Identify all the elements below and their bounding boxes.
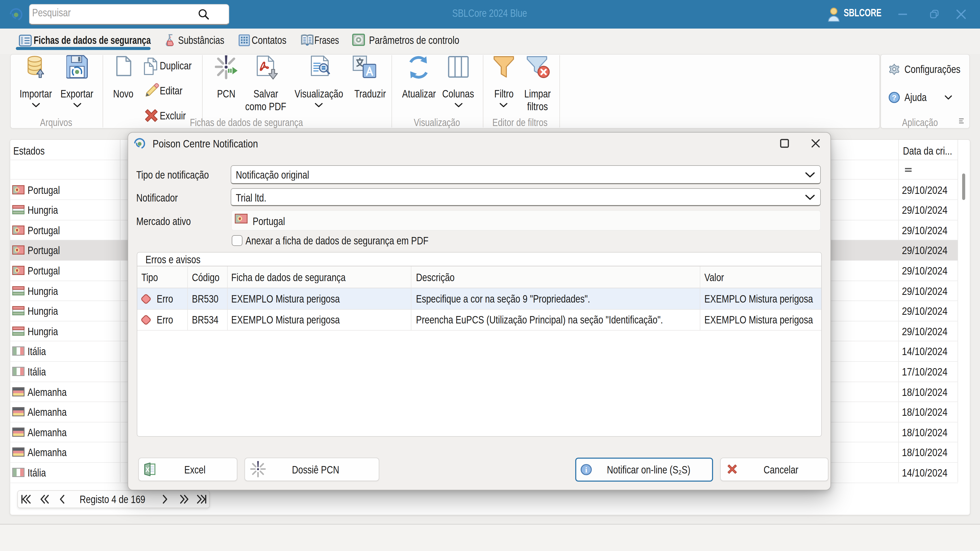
svg-text:i: i (585, 465, 587, 474)
svg-text:?: ? (892, 94, 897, 102)
svg-text:X: X (145, 466, 150, 473)
